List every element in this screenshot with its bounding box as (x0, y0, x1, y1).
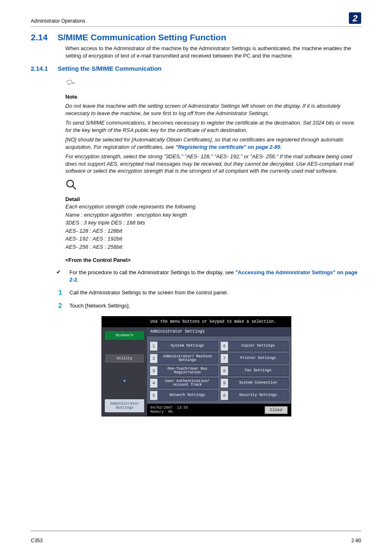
check-text-b: . (77, 277, 79, 283)
header-title: Administrator Operations (31, 18, 85, 24)
link-registering-certificate[interactable]: "Registering the certificate" on page 2-… (175, 144, 280, 150)
check-text-a: For the procedure to call the Administra… (69, 269, 235, 275)
menu-number: 6 (221, 342, 228, 351)
detail-line: Each encryption strength code represents… (65, 203, 361, 210)
section-number: 2.14 (31, 32, 48, 42)
svg-point-0 (72, 83, 73, 83)
chapter-number: 2 (349, 12, 361, 24)
menu-number: 1 (150, 342, 157, 351)
section-title: S/MIME Communication Setting Function (58, 32, 226, 42)
menu-label: System Settings (157, 342, 217, 351)
control-panel-screenshot: Use the menu buttons or keypad to make a… (101, 316, 291, 416)
detail-line: 3DES : 3 key triple DES : 168 bits (65, 219, 361, 227)
menu-label: One-Touch/User Box Registration (157, 366, 217, 375)
footer-left: C353 (31, 538, 43, 543)
menu-admin-machine-settings[interactable]: 2 Administrator/ Machine Settings (150, 354, 218, 363)
panel-main: Administrator Settings 1 System Settings… (147, 327, 291, 416)
menu-fax-settings[interactable]: 8 Fax Settings (220, 366, 288, 376)
menu-number: 0 (221, 391, 228, 400)
menu-label: Printer Settings (228, 354, 288, 363)
menu-number: 2 (150, 354, 157, 363)
control-panel-heading: <From the Control Panel> (65, 257, 361, 263)
sidebar-utility-button[interactable]: Utility (104, 354, 145, 363)
svg-point-1 (74, 83, 74, 83)
menu-number: 3 (150, 366, 157, 375)
footer-right: 2-80 (351, 538, 361, 543)
detail-line: AES- 256 : AES : 256bit (65, 243, 361, 251)
note-paragraph: To send S/MIME communications, it become… (65, 119, 361, 134)
sidebar-bookmark-button[interactable]: Bookmark (104, 331, 145, 340)
menu-security-settings[interactable]: 0 Security Settings (220, 391, 288, 400)
note-paragraph: [NO] should be selected for [Automatical… (65, 136, 361, 150)
header-rule (31, 26, 361, 27)
menu-number: 8 (221, 366, 228, 375)
status-mem-value: 0% (168, 410, 173, 414)
detail-label: Detail (65, 196, 361, 202)
menu-label: Security Settings (228, 391, 288, 400)
menu-printer-settings[interactable]: 7 Printer Settings (220, 354, 288, 363)
menu-label: Network Settings (157, 391, 217, 400)
panel-breadcrumb: Administrator Settings (147, 327, 291, 336)
sidebar-admin-settings-button[interactable]: Administrator Settings (104, 399, 145, 413)
detail-line: AES- 192 : AES : 192bit (65, 235, 361, 243)
panel-close-button[interactable]: Close (265, 406, 288, 414)
step-number: 1 (56, 289, 62, 296)
menu-label: Copier Settings (228, 342, 288, 351)
menu-label: Administrator/ Machine Settings (157, 354, 217, 363)
svg-point-2 (75, 83, 76, 83)
note-label: Note (65, 94, 361, 100)
status-date: 04/02/2007 (150, 406, 173, 410)
menu-number: 4 (150, 379, 157, 388)
checkmark-icon: ✔ (56, 269, 62, 275)
note-paragraph: Do not leave the machine with the settin… (65, 102, 361, 117)
menu-label: User Authentication/ Account Track (157, 379, 217, 388)
footer-rule (31, 531, 361, 531)
menu-system-settings[interactable]: 1 System Settings (150, 341, 218, 351)
status-mem-label: Memory (150, 410, 164, 414)
subsection-number: 2.14.1 (31, 65, 48, 72)
menu-user-auth-account-track[interactable]: 4 User Authentication/ Account Track (150, 378, 218, 388)
menu-network-settings[interactable]: 5 Network Settings (150, 391, 218, 400)
status-time: 13:55 (177, 406, 188, 410)
menu-number: 5 (150, 391, 157, 400)
step-text: Call the Administrator Settings to the s… (69, 289, 361, 296)
panel-sidebar: Bookmark Utility ▼ Administrator Setting… (102, 327, 147, 416)
step-text: Touch [Network Settings]. (69, 302, 361, 310)
menu-label: System Connection (228, 379, 288, 388)
menu-number: 9 (221, 379, 228, 388)
note-icon (65, 76, 361, 90)
note-text: . (280, 144, 282, 150)
menu-number: 7 (221, 354, 228, 363)
note-paragraph: For encryption strength, select the stro… (65, 153, 361, 175)
subsection-title: Setting the S/MIME Communication (58, 65, 162, 72)
check-text: For the procedure to call the Administra… (69, 269, 361, 283)
step-number: 2 (56, 302, 62, 310)
panel-instruction: Use the menu buttons or keypad to make a… (147, 317, 291, 327)
detail-line: AES- 128 : AES : 128bit (65, 227, 361, 235)
detail-line: Name : encryption algorithm : encryption… (65, 211, 361, 219)
menu-label: Fax Settings (228, 366, 288, 375)
intro-paragraph: When access to the Administrator of the … (65, 45, 361, 59)
menu-copier-settings[interactable]: 6 Copier Settings (220, 341, 288, 351)
svg-line-4 (73, 186, 76, 190)
sidebar-arrow-icon: ▼ (123, 379, 126, 384)
menu-one-touch-user-box[interactable]: 3 One-Touch/User Box Registration (150, 366, 218, 376)
svg-point-3 (67, 180, 74, 187)
detail-icon (65, 179, 361, 192)
menu-system-connection[interactable]: 9 System Connection (220, 378, 288, 388)
panel-status-bar: 04/02/2007 13:55 Memory 0% Close (147, 404, 291, 416)
